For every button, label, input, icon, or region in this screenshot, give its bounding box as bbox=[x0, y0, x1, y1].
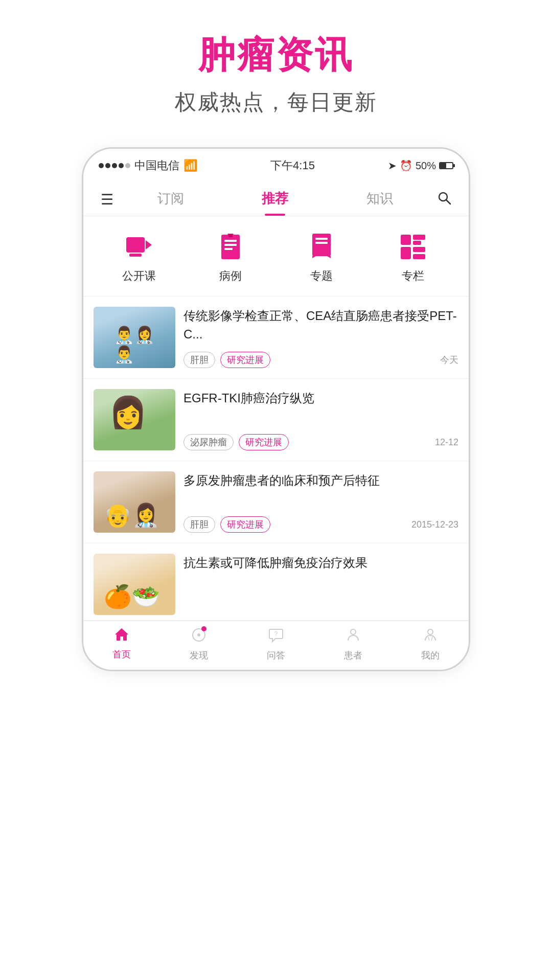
svg-point-25 bbox=[351, 629, 356, 634]
svg-point-23 bbox=[197, 633, 200, 636]
qa-icon: ? bbox=[268, 627, 284, 646]
category-item-cases[interactable]: 病例 bbox=[213, 232, 248, 284]
tag-0-1: 研究进展 bbox=[220, 352, 270, 368]
alarm-icon: ⏰ bbox=[400, 159, 412, 172]
svg-rect-20 bbox=[413, 254, 425, 259]
time-display: 下午4:15 bbox=[270, 158, 315, 173]
carrier-label: 中国电信 bbox=[134, 158, 179, 173]
svg-line-27 bbox=[428, 637, 429, 641]
phone-frame: 中国电信 📶 下午4:15 ➤ ⏰ 50% ☰ 订阅 推荐 知识 bbox=[82, 147, 470, 671]
battery-label: 50% bbox=[416, 160, 436, 172]
bookmark-icon bbox=[304, 232, 339, 262]
svg-line-1 bbox=[446, 200, 450, 204]
svg-line-28 bbox=[431, 637, 432, 641]
svg-rect-2 bbox=[126, 237, 145, 253]
document-icon bbox=[213, 232, 248, 262]
article-meta-3: 肝胆 研究进展 2015-12-23 bbox=[183, 516, 458, 533]
bottom-nav-profile[interactable]: 我的 bbox=[392, 627, 469, 662]
category-item-opencourse[interactable]: 公开课 bbox=[121, 232, 157, 284]
category-label-opencourse: 公开课 bbox=[122, 268, 156, 284]
svg-rect-10 bbox=[228, 234, 233, 237]
category-item-columns[interactable]: 专栏 bbox=[395, 232, 431, 284]
bottom-nav: 首页 发现 ? 问答 bbox=[83, 621, 469, 670]
battery-icon bbox=[439, 162, 453, 169]
article-item[interactable]: EGFR-TKI肺癌治疗纵览 泌尿肿瘤 研究进展 12-12 bbox=[83, 379, 469, 461]
article-item[interactable]: 抗生素或可降低肿瘤免疫治疗效果 bbox=[83, 543, 469, 621]
wifi-icon: 📶 bbox=[183, 159, 197, 172]
signal-dots bbox=[99, 163, 130, 168]
article-content-2: EGFR-TKI肺癌治疗纵览 泌尿肿瘤 研究进展 12-12 bbox=[183, 389, 458, 450]
patient-icon bbox=[346, 627, 361, 646]
page-title: 肿瘤资讯 bbox=[175, 31, 377, 80]
article-thumb-2 bbox=[94, 389, 175, 450]
article-title-4: 抗生素或可降低肿瘤免疫治疗效果 bbox=[183, 554, 458, 572]
profile-icon bbox=[423, 627, 438, 646]
category-label-cases: 病例 bbox=[219, 268, 242, 284]
article-meta-1: 肝胆 研究进展 今天 bbox=[183, 352, 458, 368]
page-header: 肿瘤资讯 权威热点，每日更新 bbox=[175, 0, 377, 132]
svg-rect-4 bbox=[129, 254, 142, 257]
search-icon[interactable] bbox=[432, 187, 456, 213]
article-date-3: 2015-12-23 bbox=[411, 519, 458, 530]
article-meta-2: 泌尿肿瘤 研究进展 12-12 bbox=[183, 434, 458, 450]
svg-rect-13 bbox=[315, 238, 328, 240]
article-thumb-3 bbox=[94, 471, 175, 533]
bottom-nav-discover-label: 发现 bbox=[190, 649, 208, 662]
menu-icon[interactable]: ☰ bbox=[96, 187, 119, 212]
video-icon bbox=[121, 232, 157, 262]
status-bar: 中国电信 📶 下午4:15 ➤ ⏰ 50% bbox=[83, 149, 469, 178]
tag-2-1: 研究进展 bbox=[220, 516, 270, 533]
status-right: ➤ ⏰ 50% bbox=[388, 159, 453, 172]
article-date-1: 今天 bbox=[440, 354, 458, 366]
tab-subscribe[interactable]: 订阅 bbox=[119, 184, 223, 216]
location-icon: ➤ bbox=[388, 159, 397, 172]
article-list: 传统影像学检查正常、CEA结直肠癌患者接受PET-C... 肝胆 研究进展 今天… bbox=[83, 297, 469, 621]
bottom-nav-patient[interactable]: 患者 bbox=[314, 627, 392, 662]
bottom-nav-qa[interactable]: ? 问答 bbox=[238, 627, 315, 662]
status-left: 中国电信 📶 bbox=[99, 158, 197, 173]
category-label-columns: 专栏 bbox=[402, 268, 424, 284]
bottom-nav-discover[interactable]: 发现 bbox=[160, 627, 238, 662]
grid-icon bbox=[395, 232, 431, 262]
tag-0-0: 肝胆 bbox=[183, 352, 215, 368]
svg-rect-7 bbox=[224, 244, 237, 246]
nav-tabs: ☰ 订阅 推荐 知识 bbox=[83, 178, 469, 216]
article-item[interactable]: 多原发肿瘤患者的临床和预产后特征 肝胆 研究进展 2015-12-23 bbox=[83, 461, 469, 543]
tag-2-0: 肝胆 bbox=[183, 516, 215, 533]
svg-marker-3 bbox=[146, 240, 152, 249]
home-icon bbox=[114, 627, 129, 645]
page-subtitle: 权威热点，每日更新 bbox=[175, 88, 377, 117]
bottom-nav-profile-label: 我的 bbox=[421, 649, 440, 662]
category-item-topics[interactable]: 专题 bbox=[304, 232, 339, 284]
tag-1-0: 泌尿肿瘤 bbox=[183, 434, 234, 450]
svg-rect-6 bbox=[224, 240, 237, 242]
article-thumb-1 bbox=[94, 307, 175, 368]
article-title-3: 多原发肿瘤患者的临床和预产后特征 bbox=[183, 471, 458, 490]
bottom-nav-qa-label: 问答 bbox=[267, 649, 285, 662]
article-date-2: 12-12 bbox=[435, 437, 458, 448]
article-title-2: EGFR-TKI肺癌治疗纵览 bbox=[183, 389, 458, 407]
svg-rect-18 bbox=[401, 247, 411, 259]
article-content-3: 多原发肿瘤患者的临床和预产后特征 肝胆 研究进展 2015-12-23 bbox=[183, 471, 458, 533]
category-row: 公开课 病例 bbox=[83, 216, 469, 297]
article-title-1: 传统影像学检查正常、CEA结直肠癌患者接受PET-C... bbox=[183, 307, 458, 344]
category-label-topics: 专题 bbox=[310, 268, 333, 284]
bottom-nav-home[interactable]: 首页 bbox=[83, 627, 160, 662]
svg-rect-17 bbox=[413, 241, 421, 245]
article-thumb-4 bbox=[94, 554, 175, 615]
article-content-1: 传统影像学检查正常、CEA结直肠癌患者接受PET-C... 肝胆 研究进展 今天 bbox=[183, 307, 458, 368]
svg-rect-16 bbox=[413, 235, 425, 240]
svg-rect-8 bbox=[224, 248, 233, 250]
svg-rect-15 bbox=[401, 235, 411, 245]
svg-rect-5 bbox=[221, 235, 240, 259]
svg-rect-19 bbox=[413, 247, 425, 252]
bottom-nav-home-label: 首页 bbox=[112, 648, 131, 660]
tag-1-1: 研究进展 bbox=[239, 434, 289, 450]
svg-rect-14 bbox=[315, 242, 328, 244]
article-item[interactable]: 传统影像学检查正常、CEA结直肠癌患者接受PET-C... 肝胆 研究进展 今天 bbox=[83, 297, 469, 379]
article-content-4: 抗生素或可降低肿瘤免疫治疗效果 bbox=[183, 554, 458, 615]
tab-knowledge[interactable]: 知识 bbox=[328, 184, 432, 216]
svg-point-26 bbox=[428, 629, 433, 634]
bottom-nav-patient-label: 患者 bbox=[344, 649, 362, 662]
tab-recommend[interactable]: 推荐 bbox=[223, 184, 327, 216]
